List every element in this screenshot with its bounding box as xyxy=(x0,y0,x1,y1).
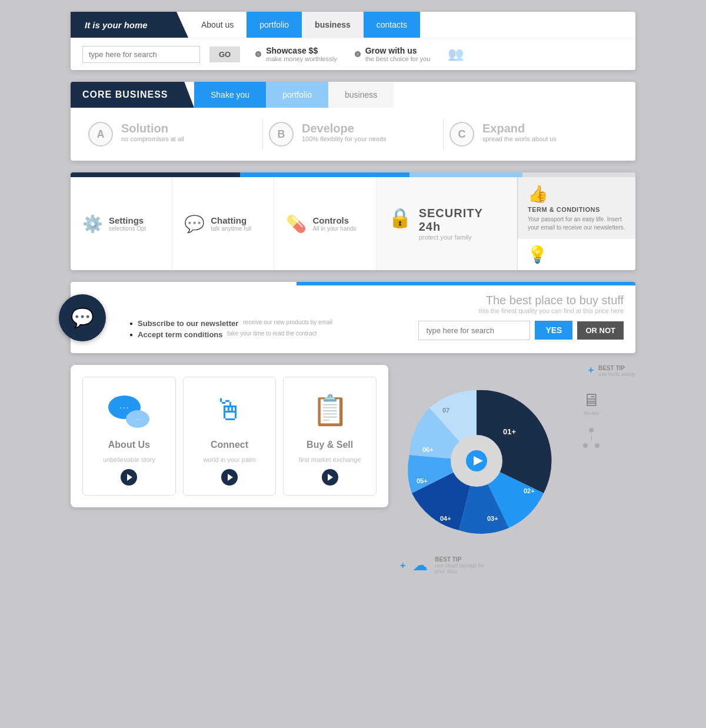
letter-b: B xyxy=(269,122,294,147)
card-connect-sub: world in your palm xyxy=(203,456,255,463)
blue-accent-bar xyxy=(297,282,635,285)
grow-sub: the best choice for you xyxy=(365,55,431,62)
newsletter-item-1: Subscribe to our newsletter receive our … xyxy=(129,319,332,328)
newsletter-body: Subscribe to our newsletter receive our … xyxy=(129,319,624,341)
nav-link-about[interactable]: About us xyxy=(188,12,247,38)
card-about-us: About Us unbelievable story xyxy=(82,377,176,496)
card-about-sub: unbelievable story xyxy=(103,456,155,463)
core-item-b: B Develope 100% flexiblity for your need… xyxy=(269,122,437,147)
network-dot-top xyxy=(589,428,594,433)
nav-bar: It is your home About us portfolio busin… xyxy=(71,12,635,70)
settings-title: Settings xyxy=(109,215,146,225)
newsletter-sub: this the finest quality you can find at … xyxy=(129,307,624,314)
cards-panel: About Us unbelievable story 🖱 Connect wo… xyxy=(71,365,388,507)
pie-chart-area: 01+ 02+ 03+ 04+ 05+ 06+ 07 🖥 device xyxy=(400,384,600,561)
divider-2 xyxy=(443,119,444,149)
newsletter-list: Subscribe to our newsletter receive our … xyxy=(129,319,332,341)
terms-panel: 👍 TERM & CONDITIONS Your passport for an… xyxy=(518,177,635,239)
search-input[interactable] xyxy=(82,46,200,63)
nav-home-label[interactable]: It is your home xyxy=(71,12,188,38)
core-title: CORE BUSINESS xyxy=(71,82,194,108)
nav-top: It is your home About us portfolio busin… xyxy=(71,12,635,38)
newsletter-bar: 💬 The best place to buy stuff this the f… xyxy=(71,282,635,353)
label-03: 03+ xyxy=(487,515,498,522)
monitor-label: device xyxy=(582,410,600,416)
play-button-connect[interactable] xyxy=(221,469,238,486)
terms-title: TERM & CONDITIONS xyxy=(528,206,626,213)
controls-title: Controls xyxy=(312,215,356,225)
core-sub-b: 100% flexiblity for your needs xyxy=(302,135,387,142)
controls-sub: All in your hands xyxy=(312,225,356,232)
newsletter-item-2-sub: take your time to read the contract xyxy=(228,330,317,337)
core-link-business[interactable]: business xyxy=(328,82,394,108)
core-title-a: Solution xyxy=(121,122,184,135)
core-title-c: Expand xyxy=(482,122,557,135)
chat-bubble-icon: 💬 xyxy=(71,307,94,329)
core-item-a: A Solution no compromises at all xyxy=(88,122,257,147)
core-link-shake[interactable]: Shake you xyxy=(194,82,266,108)
label-06: 06+ xyxy=(422,446,434,453)
chat-icon: 💬 xyxy=(184,214,205,234)
card-buy-sell-title: Buy & Sell xyxy=(307,440,353,450)
core-bar: CORE BUSINESS Shake you portfolio busine… xyxy=(71,82,635,161)
feature-settings-text: Settings selections Opt xyxy=(109,215,146,232)
card-connect: 🖱 Connect world in your palm xyxy=(183,377,277,496)
nav-link-portfolio[interactable]: portfolio xyxy=(247,12,302,38)
chart-panel: + BEST TIP use tools wisely xyxy=(400,365,635,574)
card-buy-sell: 📋 Buy & Sell first market exchange xyxy=(283,377,377,496)
feature-chatting[interactable]: 💬 Chatting talk anytime full xyxy=(172,177,274,270)
network-dot-right xyxy=(595,443,600,448)
label-04: 04+ xyxy=(440,515,451,522)
play-triangle-icon-3 xyxy=(328,474,333,481)
bulb-icon: 💡 xyxy=(518,239,635,270)
nav-link-contacts[interactable]: contacts xyxy=(364,12,420,38)
core-text-b: Develope 100% flexiblity for your needs xyxy=(302,122,387,142)
play-triangle-icon xyxy=(127,474,132,481)
yes-button[interactable]: YES xyxy=(535,321,572,340)
network-line xyxy=(591,435,592,441)
dot-icon-2 xyxy=(355,51,361,57)
terms-text: Your passport for an easy life. Insert y… xyxy=(528,215,626,232)
chart-top-notes: + BEST TIP use tools wisely xyxy=(400,365,635,377)
thumbs-up-icon: 👍 xyxy=(528,184,626,204)
card-connect-title: Connect xyxy=(211,440,248,450)
newsletter-item-2: Accept term conditions take your time to… xyxy=(129,330,332,339)
security-texts: SECURITY 24h protect your family xyxy=(419,207,505,241)
play-button-about[interactable] xyxy=(121,469,137,486)
dot-icon xyxy=(255,51,261,57)
card-buy-sell-sub: first market exchange xyxy=(299,456,361,463)
about-us-icon-area xyxy=(105,387,152,434)
mouse-icon: 🖱 xyxy=(215,393,244,427)
note-top-title: BEST TIP xyxy=(598,365,635,371)
core-top: CORE BUSINESS Shake you portfolio busine… xyxy=(71,82,635,108)
core-items: A Solution no compromises at all B Devel… xyxy=(71,108,635,161)
network-icon xyxy=(582,428,600,448)
play-button-buy-sell[interactable] xyxy=(322,469,338,486)
or-not-button[interactable]: OR NOT xyxy=(577,321,624,340)
note-top-text: use tools wisely xyxy=(598,371,635,377)
user-icon: 👥 xyxy=(448,45,471,63)
go-button[interactable]: GO xyxy=(209,46,240,62)
bubble-small xyxy=(126,410,149,428)
nav-items: Showcase $$ make money worthlessly Grow … xyxy=(255,45,624,63)
feature-settings[interactable]: ⚙️ Settings selections Opt xyxy=(71,177,172,270)
nav-links: About us portfolio business contacts xyxy=(188,12,635,38)
showcase-text: Showcase $$ make money worthlessly xyxy=(266,46,337,62)
core-sub-c: spread the worls about us xyxy=(482,135,557,142)
newsletter-actions: YES OR NOT xyxy=(418,321,624,340)
pill-icon: 💊 xyxy=(286,214,307,234)
newsletter-search-input[interactable] xyxy=(418,321,530,340)
label-05: 05+ xyxy=(417,477,428,484)
lock-icon: 🔒 xyxy=(388,207,412,229)
chatting-title: Chatting xyxy=(211,215,251,225)
plus-bottom-icon: + xyxy=(400,560,405,571)
card-about-title: About Us xyxy=(108,440,150,450)
connect-icon-area: 🖱 xyxy=(206,387,253,434)
core-text-a: Solution no compromises at all xyxy=(121,122,184,142)
newsletter-right: The best place to buy stuff this the fin… xyxy=(129,294,624,314)
buy-sell-icon-area: 📋 xyxy=(307,387,354,434)
feature-controls[interactable]: 💊 Controls All in your hands xyxy=(274,177,376,270)
core-link-portfolio[interactable]: portfolio xyxy=(266,82,328,108)
bottom-note-text: use cloud storage for your data xyxy=(435,563,494,574)
nav-link-business[interactable]: business xyxy=(302,12,364,38)
